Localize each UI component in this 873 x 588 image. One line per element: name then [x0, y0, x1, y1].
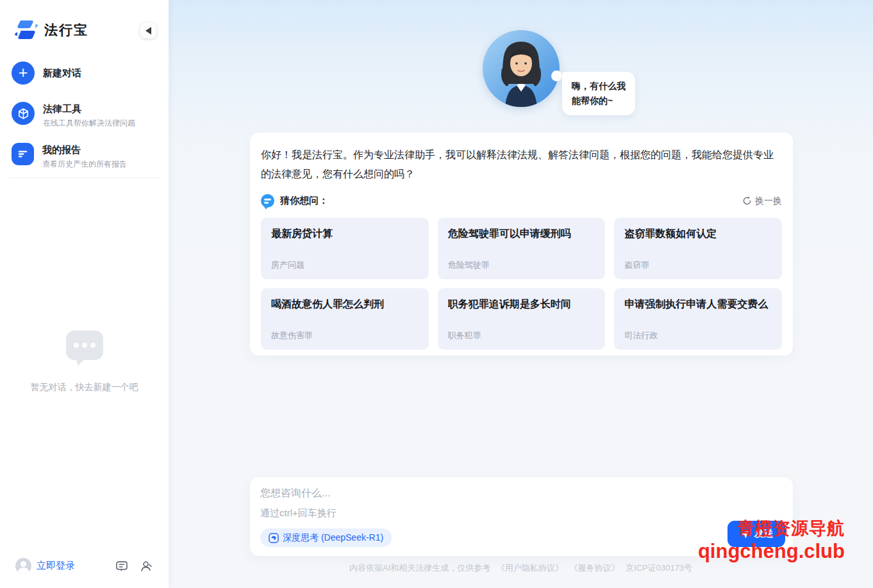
suggestions-label: 猜你想问： [280, 195, 328, 207]
chevron-left-icon [146, 27, 151, 35]
privacy-policy-link[interactable]: 《用户隐私协议》 [497, 563, 563, 573]
legal-tools-subtitle: 在线工具帮你解决法律问题 [43, 118, 135, 129]
feedback-icon[interactable] [115, 559, 129, 573]
assistant-avatar [483, 30, 560, 107]
sidebar-divider [9, 177, 160, 178]
service-agreement-link[interactable]: 《服务协议》 [569, 563, 619, 573]
chat-main: 嗨，有什么我 能帮你的~ 你好！我是法行宝。作为专业法律助手，我可以解释法律法规… [169, 0, 873, 588]
plus-icon: + [12, 61, 35, 85]
sidebar-collapse-button[interactable] [140, 22, 156, 38]
suggestion-tag: 房产问题 [271, 259, 304, 271]
chat-suggestion-icon [261, 194, 274, 208]
bubble-connector-dot [551, 70, 562, 81]
app-title: 法行宝 [44, 21, 88, 39]
empty-conversations-text: 暂无对话，快去新建一个吧 [31, 382, 138, 393]
new-chat-button[interactable]: + 新建对话 [12, 61, 81, 85]
suggestion-tag: 故意伤害罪 [271, 330, 313, 341]
send-button[interactable]: 发送 [728, 521, 785, 547]
footer-disclaimer: 内容依据AI和相关法律生成，仅供参考 [349, 563, 490, 573]
message-composer[interactable]: 您想咨询什么... 通过ctrl+回车换行 深度思考 (DeepSeek-R1)… [250, 477, 793, 556]
profile-icon[interactable] [139, 559, 153, 573]
refresh-icon [742, 196, 752, 206]
refresh-suggestions-button[interactable]: 换一换 [742, 195, 782, 207]
suggestion-card[interactable]: 喝酒故意伤人罪怎么判刑 故意伤害罪 [261, 288, 429, 350]
model-toggle-label: 深度思考 (DeepSeek-R1) [283, 532, 383, 544]
legal-footer: 内容依据AI和相关法律生成，仅供参考 《用户隐私协议》 《服务协议》 京ICP证… [169, 562, 873, 574]
suggestion-title: 危险驾驶罪可以申请缓刑吗 [448, 227, 595, 241]
suggestion-tag: 危险驾驶罪 [448, 259, 490, 271]
sidebar: 法行宝 + 新建对话 法律工具 在线工具帮你解决法律问题 我的报告 查看历史产生… [0, 0, 169, 588]
new-chat-label: 新建对话 [43, 67, 81, 79]
suggestion-card[interactable]: 申请强制执行申请人需要交费么 司法行政 [614, 288, 782, 350]
suggestion-title: 最新房贷计算 [271, 227, 419, 241]
app-logo: 法行宝 [14, 19, 88, 41]
chat-bubble-icon [66, 331, 103, 360]
suggestions-header: 猜你想问： 换一换 [261, 194, 782, 208]
send-label: 发送 [754, 528, 774, 540]
icp-license: 京ICP证030173号 [626, 563, 692, 573]
deepseek-icon [269, 533, 279, 543]
greeting-line2: 能帮你的~ [572, 94, 626, 108]
user-avatar-icon [15, 558, 31, 574]
legal-tools-title: 法律工具 [43, 102, 135, 115]
suggestion-title: 职务犯罪追诉期是多长时间 [448, 298, 595, 311]
welcome-card: 你好！我是法行宝。作为专业法律助手，我可以解释法律法规、解答法律问题，根据您的问… [250, 133, 793, 355]
welcome-message: 你好！我是法行宝。作为专业法律助手，我可以解释法律法规、解答法律问题，根据您的问… [261, 145, 782, 184]
login-button[interactable]: 立即登录 [37, 560, 75, 572]
suggestion-card[interactable]: 盗窃罪数额如何认定 盗窃罪 [614, 218, 782, 279]
greeting-line1: 嗨，有什么我 [572, 79, 626, 94]
refresh-label: 换一换 [755, 195, 782, 207]
composer-hint: 通过ctrl+回车换行 [260, 507, 783, 519]
my-reports-title: 我的报告 [42, 143, 127, 156]
cube-icon [12, 102, 35, 125]
paper-plane-icon [740, 529, 750, 539]
suggestion-title: 喝酒故意伤人罪怎么判刑 [271, 298, 419, 311]
sidebar-item-legal-tools[interactable]: 法律工具 在线工具帮你解决法律问题 [12, 102, 135, 129]
suggestion-card[interactable]: 最新房贷计算 房产问题 [261, 218, 429, 279]
suggestion-tag: 司法行政 [624, 330, 658, 341]
suggestion-title: 申请强制执行申请人需要交费么 [624, 298, 772, 311]
report-icon [12, 143, 34, 165]
sidebar-item-my-reports[interactable]: 我的报告 查看历史产生的所有报告 [12, 143, 127, 170]
suggestion-cards: 最新房贷计算 房产问题 危险驾驶罪可以申请缓刑吗 危险驾驶罪 盗窃罪数额如何认定… [261, 218, 782, 350]
app-logo-icon [14, 19, 38, 41]
empty-conversations: 暂无对话，快去新建一个吧 [0, 331, 169, 393]
deepthink-model-toggle[interactable]: 深度思考 (DeepSeek-R1) [260, 528, 392, 547]
suggestion-title: 盗窃罪数额如何认定 [624, 227, 772, 241]
my-reports-subtitle: 查看历史产生的所有报告 [42, 159, 127, 170]
greeting-bubble: 嗨，有什么我 能帮你的~ [562, 72, 635, 115]
composer-placeholder: 您想咨询什么... [260, 487, 783, 500]
suggestion-tag: 职务犯罪 [448, 330, 481, 341]
suggestion-card[interactable]: 危险驾驶罪可以申请缓刑吗 危险驾驶罪 [438, 218, 606, 279]
sidebar-footer: 立即登录 [0, 558, 169, 574]
suggestion-tag: 盗窃罪 [624, 259, 649, 271]
suggestion-card[interactable]: 职务犯罪追诉期是多长时间 职务犯罪 [438, 288, 606, 350]
